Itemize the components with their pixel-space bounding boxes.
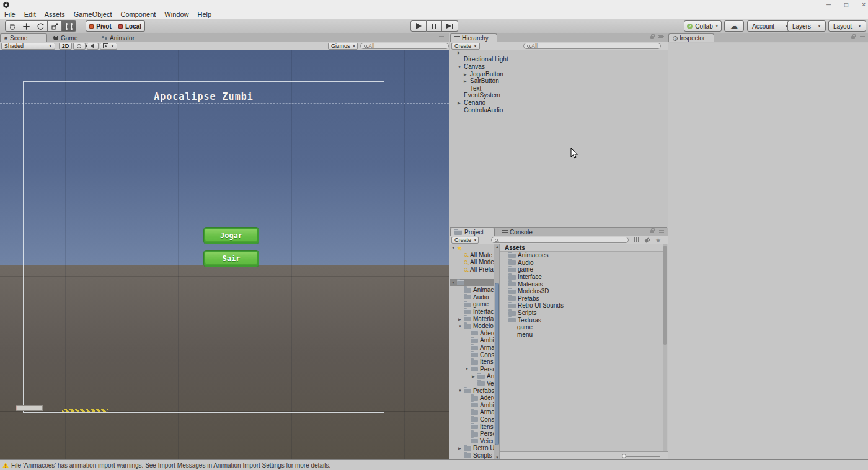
tree-folder-row[interactable]: Veicul [450, 380, 494, 388]
close-button[interactable]: × [862, 0, 866, 10]
expand-arrow[interactable]: ▼ [451, 281, 457, 285]
tree-folder-row[interactable]: Itens [450, 358, 494, 366]
expand-arrow[interactable]: ▼ [458, 389, 464, 392]
tab-game[interactable]: Game [50, 33, 95, 42]
collab-dropdown[interactable]: ✓ Collab ▼ [684, 20, 722, 32]
play-button[interactable] [410, 20, 427, 32]
expand-arrow[interactable]: ▼ [451, 246, 457, 250]
layout-dropdown[interactable]: Layout ▼ [828, 20, 866, 32]
tree-folder-row[interactable]: Adere [450, 394, 494, 402]
account-dropdown[interactable]: Account ▼ [747, 20, 793, 32]
hierarchy-item[interactable]: EventSystem [450, 92, 667, 99]
expand-arrow[interactable]: ▶ [464, 79, 470, 83]
effects-dropdown[interactable]: ▼ [100, 43, 117, 50]
lock-icon[interactable] [851, 36, 855, 39]
tree-folder-row[interactable]: ▶ Ani [450, 373, 494, 380]
asset-row[interactable]: Animacoes [500, 252, 663, 259]
hierarchy-item[interactable]: ▶ Cenario [450, 99, 667, 107]
tree-folder-row[interactable]: ▼ Perso [450, 366, 494, 373]
pause-button[interactable] [427, 20, 442, 32]
create-dropdown[interactable]: Create▼ [451, 237, 479, 244]
create-dropdown[interactable]: Create▼ [451, 43, 480, 50]
asset-row[interactable]: Prefabs [500, 295, 663, 303]
hierarchy-item[interactable]: Text [450, 85, 667, 92]
expand-arrow[interactable]: ▼ [465, 367, 471, 371]
scene-search-input[interactable]: All [360, 43, 449, 49]
expand-arrow[interactable]: ▶ [458, 100, 464, 105]
tree-folder-row[interactable]: ▶ Retro UI [450, 445, 494, 452]
expand-arrow[interactable]: ▶ [458, 446, 464, 450]
maximize-button[interactable]: □ [844, 0, 848, 10]
cloud-services-button[interactable]: ☁ [724, 20, 744, 32]
asset-list-scrollbar[interactable] [663, 244, 667, 452]
lock-icon[interactable] [650, 230, 654, 233]
panel-menu-icon[interactable] [659, 230, 664, 234]
tree-folder-row[interactable]: Itens [450, 423, 494, 430]
panel-menu-icon[interactable] [439, 36, 444, 40]
menu-item[interactable]: Edit [20, 11, 40, 18]
tree-scrollbar[interactable]: ▲ ▼ [494, 244, 500, 460]
favorites-item[interactable]: All Prefa [450, 266, 494, 273]
scene-viewport[interactable]: Apocalipse Zumbi Jogar Sair [0, 50, 449, 459]
tree-folder-row[interactable]: Ambie [450, 401, 494, 409]
expand-arrow[interactable]: ▶ [458, 317, 464, 321]
lighting-toggle-button[interactable] [73, 43, 85, 50]
tree-folder-row[interactable]: ▼ [450, 279, 494, 286]
jogar-button[interactable]: Jogar [204, 228, 259, 244]
menu-item[interactable]: Help [193, 11, 216, 18]
tree-folder-row[interactable]: Interfac [450, 308, 494, 316]
expand-arrow[interactable]: ▼ [458, 65, 464, 69]
favorites-item[interactable]: ▼ ★ [450, 244, 494, 252]
tab-animator[interactable]: Animator [98, 33, 151, 42]
favorite-star-icon[interactable]: ★ [655, 237, 661, 244]
rotate-tool-button[interactable] [33, 20, 48, 32]
hierarchy-search-input[interactable]: All [523, 43, 661, 49]
tree-folder-row[interactable]: Const [450, 416, 494, 423]
scene-object-striped[interactable] [62, 409, 108, 412]
expand-arrow[interactable]: ▶ [472, 374, 477, 378]
tree-folder-row[interactable]: Const [450, 351, 494, 358]
columns-icon[interactable] [634, 237, 639, 242]
tree-folder-row[interactable]: Perso [450, 430, 494, 438]
shading-mode-dropdown[interactable]: Shaded▼ [1, 43, 55, 50]
tree-folder-row[interactable]: ▼ Prefabs [450, 387, 494, 394]
asset-row[interactable]: Audio [500, 259, 663, 267]
asset-row[interactable]: game [500, 324, 663, 331]
minimize-button[interactable]: ─ [826, 0, 831, 10]
tree-folder-row[interactable]: Arma [450, 344, 494, 352]
expand-arrow[interactable]: ▼ [458, 324, 464, 328]
lock-icon[interactable] [650, 36, 654, 39]
asset-row[interactable]: menu [500, 331, 663, 339]
favorites-item[interactable]: All Mode [450, 259, 494, 266]
hierarchy-item[interactable]: ▶ JogarButton [450, 70, 667, 78]
asset-row[interactable]: Retro UI Sounds [500, 302, 663, 309]
expand-arrow[interactable]: ▶ [458, 50, 464, 55]
asset-row[interactable]: Materiais [500, 280, 663, 288]
hierarchy-item[interactable]: ControlaAudio [450, 106, 667, 113]
scene-object-small[interactable] [16, 405, 43, 411]
asset-row[interactable]: Interface [500, 273, 663, 281]
local-toggle-button[interactable]: Local [115, 20, 145, 32]
scale-tool-button[interactable] [48, 20, 62, 32]
tree-folder-row[interactable]: Animaco [450, 286, 494, 294]
scrollbar-thumb[interactable] [663, 246, 666, 345]
tree-folder-row[interactable]: ▼ Modelos [450, 322, 494, 330]
layers-dropdown[interactable]: Layers ▼ [787, 20, 826, 32]
tab-hierarchy[interactable]: Hierarchy [450, 33, 497, 42]
scroll-up-icon[interactable]: ▲ [495, 245, 500, 249]
tree-folder-row[interactable]: Scripts [450, 452, 494, 459]
rect-tool-button[interactable] [62, 20, 76, 32]
step-button[interactable] [442, 20, 458, 32]
gizmos-dropdown[interactable]: Gizmos▼ [328, 43, 358, 50]
hand-tool-button[interactable] [5, 20, 19, 32]
move-tool-button[interactable] [19, 20, 33, 32]
asset-row[interactable]: game [500, 266, 663, 273]
menu-item[interactable]: Component [116, 11, 160, 18]
status-bar[interactable]: File 'Animacoes' has animation import wa… [0, 459, 868, 470]
label-tag-icon[interactable] [644, 237, 650, 243]
menu-item[interactable]: GameObject [69, 11, 117, 18]
2d-toggle-button[interactable]: 2D [59, 43, 73, 50]
asset-row[interactable]: Scripts [500, 309, 663, 317]
asset-row[interactable]: Modelos3D [500, 288, 663, 295]
expand-arrow[interactable]: ▶ [464, 72, 470, 76]
